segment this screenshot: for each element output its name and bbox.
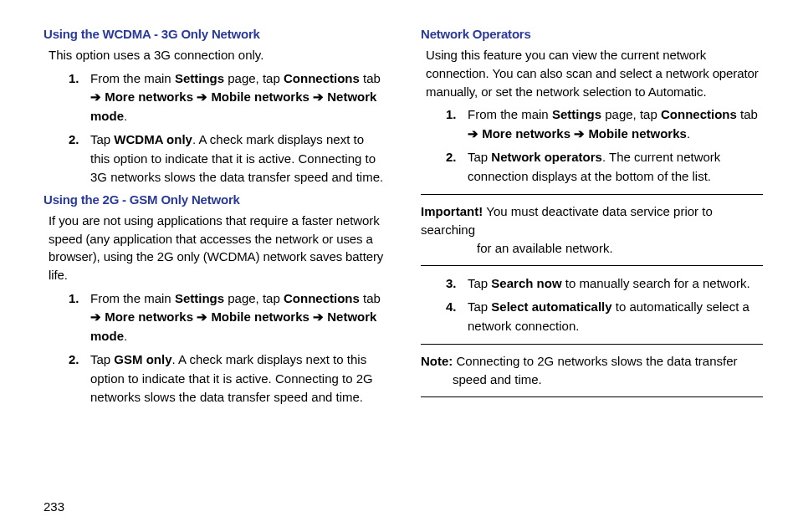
list-item: 3.Tap Search now to manually search for …: [421, 274, 763, 294]
heading-gsm: Using the 2G - GSM Only Network: [43, 192, 386, 207]
important-label: Important!: [421, 204, 486, 218]
list-item: 1.From the main Settings page, tap Conne…: [43, 69, 386, 126]
list-item: 2.Tap WCDMA only. A check mark displays …: [43, 130, 386, 187]
important-callout: Important! You must deactivate data serv…: [421, 194, 763, 265]
list-item: 4.Tap Select automatically to automatica…: [421, 298, 763, 335]
list-number: 2.: [69, 350, 79, 370]
list-number: 1.: [69, 289, 79, 309]
list-item: 2.Tap Network operators. The current net…: [421, 148, 763, 186]
list-item: 2.Tap GSM only. A check mark displays ne…: [43, 350, 386, 407]
note-callout: Note: Connecting to 2G networks slows th…: [421, 344, 763, 397]
list-number: 4.: [446, 298, 457, 317]
list-item: 1.From the main Settings page, tap Conne…: [421, 105, 763, 143]
note-text-1: Connecting to 2G networks slows the data…: [457, 354, 738, 368]
list-number: 3.: [446, 274, 457, 294]
page-number: 233: [43, 499, 64, 514]
important-text-2: for an available network.: [421, 239, 763, 258]
list-network-operators-a: 1.From the main Settings page, tap Conne…: [421, 105, 763, 186]
list-wcdma: 1.From the main Settings page, tap Conne…: [43, 69, 386, 187]
list-number: 2.: [446, 148, 457, 167]
list-item: 1.From the main Settings page, tap Conne…: [43, 289, 386, 346]
list-network-operators-b: 3.Tap Search now to manually search for …: [421, 274, 763, 336]
heading-network-operators: Network Operators: [421, 27, 763, 41]
list-gsm: 1.From the main Settings page, tap Conne…: [43, 289, 386, 407]
intro-wcdma: This option uses a 3G connection only.: [49, 46, 386, 64]
note-text-2: speed and time.: [421, 371, 763, 389]
heading-wcdma: Using the WCDMA - 3G Only Network: [43, 27, 386, 41]
list-number: 1.: [69, 69, 79, 89]
intro-network-operators: Using this feature you can view the curr…: [426, 46, 763, 100]
right-column: Network Operators Using this feature you…: [421, 27, 763, 412]
list-number: 1.: [446, 105, 457, 125]
list-number: 2.: [69, 130, 79, 150]
note-label: Note:: [421, 354, 457, 368]
left-column: Using the WCDMA - 3G Only Network This o…: [43, 27, 386, 412]
intro-gsm: If you are not using applications that r…: [49, 212, 386, 284]
